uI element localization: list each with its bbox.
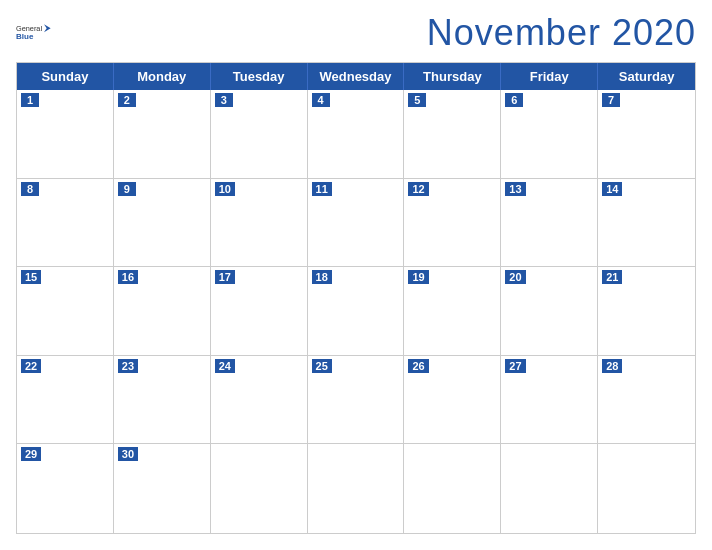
day-cell: 18 — [308, 267, 405, 356]
weeks-container: 1234567891011121314151617181920212223242… — [17, 90, 695, 533]
day-header-saturday: Saturday — [598, 63, 695, 90]
day-number: 23 — [118, 359, 138, 373]
day-cell: 17 — [211, 267, 308, 356]
day-number: 24 — [215, 359, 235, 373]
day-number: 5 — [408, 93, 426, 107]
day-cell: 24 — [211, 356, 308, 445]
day-cell: 25 — [308, 356, 405, 445]
day-number: 2 — [118, 93, 136, 107]
day-cell: 9 — [114, 179, 211, 268]
day-headers-row: SundayMondayTuesdayWednesdayThursdayFrid… — [17, 63, 695, 90]
day-header-monday: Monday — [114, 63, 211, 90]
day-cell: 22 — [17, 356, 114, 445]
day-number: 13 — [505, 182, 525, 196]
day-number: 12 — [408, 182, 428, 196]
day-number: 16 — [118, 270, 138, 284]
day-number: 14 — [602, 182, 622, 196]
svg-text:Blue: Blue — [16, 32, 34, 41]
month-title: November 2020 — [427, 12, 696, 54]
day-cell: 10 — [211, 179, 308, 268]
day-header-tuesday: Tuesday — [211, 63, 308, 90]
day-number: 28 — [602, 359, 622, 373]
day-cell: 29 — [17, 444, 114, 533]
day-number: 20 — [505, 270, 525, 284]
day-cell — [404, 444, 501, 533]
calendar-page: General Blue November 2020 SundayMondayT… — [0, 0, 712, 550]
day-header-sunday: Sunday — [17, 63, 114, 90]
day-cell: 5 — [404, 90, 501, 179]
day-number: 29 — [21, 447, 41, 461]
day-cell: 27 — [501, 356, 598, 445]
day-cell: 19 — [404, 267, 501, 356]
week-row-2: 891011121314 — [17, 179, 695, 268]
day-header-friday: Friday — [501, 63, 598, 90]
day-header-thursday: Thursday — [404, 63, 501, 90]
day-number: 22 — [21, 359, 41, 373]
day-cell: 6 — [501, 90, 598, 179]
day-cell: 13 — [501, 179, 598, 268]
day-header-wednesday: Wednesday — [308, 63, 405, 90]
day-cell: 14 — [598, 179, 695, 268]
day-number: 19 — [408, 270, 428, 284]
day-number: 9 — [118, 182, 136, 196]
day-number: 7 — [602, 93, 620, 107]
svg-marker-2 — [44, 24, 51, 32]
day-cell: 30 — [114, 444, 211, 533]
day-number: 21 — [602, 270, 622, 284]
day-number: 17 — [215, 270, 235, 284]
day-number: 3 — [215, 93, 233, 107]
day-cell: 7 — [598, 90, 695, 179]
calendar-grid: SundayMondayTuesdayWednesdayThursdayFrid… — [16, 62, 696, 534]
day-number: 8 — [21, 182, 39, 196]
day-cell — [501, 444, 598, 533]
day-cell: 1 — [17, 90, 114, 179]
day-cell: 23 — [114, 356, 211, 445]
day-cell: 3 — [211, 90, 308, 179]
day-number: 15 — [21, 270, 41, 284]
day-cell: 20 — [501, 267, 598, 356]
day-number: 26 — [408, 359, 428, 373]
week-row-3: 15161718192021 — [17, 267, 695, 356]
week-row-1: 1234567 — [17, 90, 695, 179]
day-cell: 26 — [404, 356, 501, 445]
day-cell: 16 — [114, 267, 211, 356]
day-number: 10 — [215, 182, 235, 196]
logo-icon: General Blue — [16, 23, 56, 43]
page-header: General Blue November 2020 — [16, 12, 696, 54]
day-number: 27 — [505, 359, 525, 373]
day-cell: 15 — [17, 267, 114, 356]
day-cell — [308, 444, 405, 533]
day-cell: 28 — [598, 356, 695, 445]
day-cell — [211, 444, 308, 533]
day-number: 11 — [312, 182, 332, 196]
day-cell: 12 — [404, 179, 501, 268]
day-number: 1 — [21, 93, 39, 107]
day-number: 30 — [118, 447, 138, 461]
day-cell: 4 — [308, 90, 405, 179]
day-number: 4 — [312, 93, 330, 107]
day-number: 6 — [505, 93, 523, 107]
week-row-5: 2930 — [17, 444, 695, 533]
day-cell — [598, 444, 695, 533]
day-cell: 8 — [17, 179, 114, 268]
day-number: 18 — [312, 270, 332, 284]
day-number: 25 — [312, 359, 332, 373]
week-row-4: 22232425262728 — [17, 356, 695, 445]
day-cell: 21 — [598, 267, 695, 356]
logo: General Blue — [16, 23, 56, 43]
day-cell: 2 — [114, 90, 211, 179]
day-cell: 11 — [308, 179, 405, 268]
